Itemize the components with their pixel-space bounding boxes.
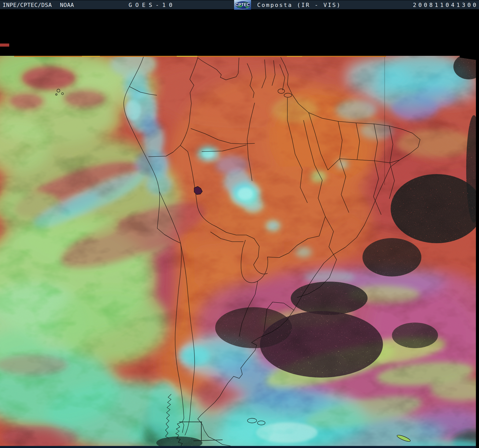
satellite-label: GOES-10 <box>129 2 176 8</box>
cptec-logo-icon: CPTEC <box>234 0 251 10</box>
timestamp-label: 200811041300 <box>413 2 478 8</box>
product-label: Composta (IR - VIS) <box>257 2 341 8</box>
agency-label: INPE/CPTEC/DSA <box>3 2 52 8</box>
grain-noise-light <box>0 56 476 446</box>
satellite-image <box>0 0 479 448</box>
scan-top-line <box>14 56 386 57</box>
satellite-viewer-window: INPE/CPTEC/DSA NOAA GOES-10 Composta (IR… <box>0 0 479 448</box>
cptec-logo-text: CPTEC <box>235 3 250 7</box>
noaa-label: NOAA <box>60 2 74 8</box>
bottom-strip <box>0 446 476 448</box>
scan-seam <box>384 57 385 185</box>
scan-edge-artifact <box>0 44 9 47</box>
